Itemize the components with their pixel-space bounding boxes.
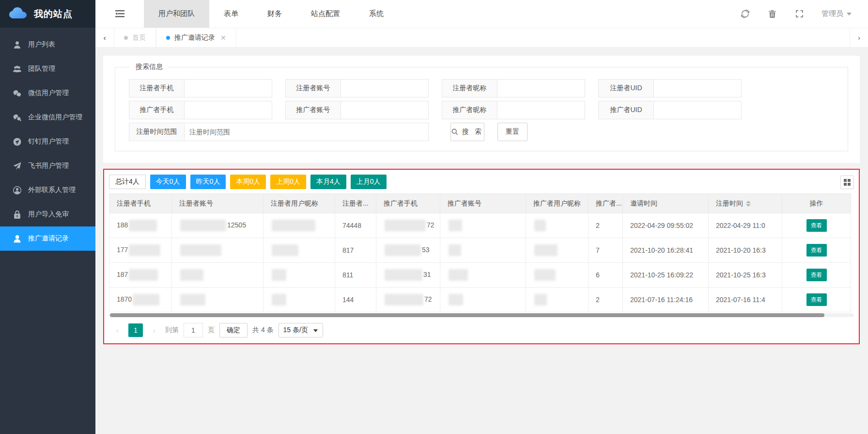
table-row: 18812505744487222022-04-29 09:55:022022-… [109,213,851,238]
promoter-uid-input[interactable] [654,101,741,119]
redacted-data [272,269,286,281]
table-cell [526,238,589,263]
dingtalk-icon [13,137,21,146]
redacted-data [272,220,315,231]
sidebar-item-label: 飞书用户管理 [28,161,69,170]
sidebar-item-feishu-users[interactable]: 飞书用户管理 [0,154,95,178]
redacted-data [272,294,286,305]
sidebar-item-team-management[interactable]: 团队管理 [0,57,95,81]
sidebar-item-label: 团队管理 [28,64,55,73]
stat-badge-4[interactable]: 上周0人 [270,175,306,189]
stat-badge-2[interactable]: 昨天0人 [190,175,226,189]
col-header: 推广者账号 [440,194,526,213]
reg-uid-label: 注册者UID [599,80,654,97]
prev-page-icon[interactable]: ‹ [111,323,124,337]
col-header: 注册者用户昵称 [264,194,335,213]
sidebar-item-label: 用户列表 [28,40,55,49]
redacted-data [133,294,159,305]
reg-account-group: 注册者账号 [285,79,429,97]
table-cell: 144 [335,288,376,312]
sidebar-item-label: 用户导入免审 [28,210,69,219]
page-number-current[interactable]: 1 [128,323,143,337]
tab-dot-icon [166,36,170,40]
view-button[interactable]: 查看 [806,293,827,306]
sidebar-item-label: 钉钉用户管理 [28,137,69,146]
col-header: 注册者手机 [109,194,172,213]
reg-account-input[interactable] [341,80,428,97]
topnav-tab-4[interactable]: 系统 [355,0,398,28]
redacted-data [129,269,158,281]
stat-badge-5[interactable]: 本月4人 [310,175,346,189]
sidebar-item-user-list[interactable]: 用户列表 [0,32,95,57]
promoter-nickname-input[interactable] [497,101,585,119]
sidebar-item-user-import[interactable]: 用户导入免审 [0,202,95,226]
admin-menu[interactable]: 管理员 [822,9,852,18]
sidebar-item-wework-users[interactable]: 企业微信用户管理 [0,105,95,129]
tabbar-scroll-right-icon[interactable]: › [850,28,868,47]
column-filter-button[interactable] [840,176,854,189]
collapse-sidebar-icon[interactable] [95,10,144,17]
annotation-red-box: 总计4人今天0人昨天0人本周0人上周0人本月4人上月0人 注册者手机注册者账号注… [103,169,860,344]
topnav-tab-3[interactable]: 站点配置 [296,0,355,28]
team-icon [13,64,21,73]
view-button[interactable]: 查看 [806,219,827,232]
trash-icon[interactable] [767,9,777,19]
promoter-phone-input[interactable] [185,101,272,119]
stat-badge-0[interactable]: 总计4人 [109,175,146,189]
stat-badge-3[interactable]: 本周0人 [230,175,266,189]
col-header: 推广者手机 [376,194,440,213]
search-button[interactable]: 搜 索 [450,123,484,141]
reg-nickname-group: 注册者昵称 [442,79,585,97]
next-page-icon[interactable]: › [148,323,160,337]
redacted-data [385,244,421,256]
fullscreen-icon[interactable] [794,9,804,19]
col-header: 推广者用户昵称 [526,194,589,213]
redacted-data [449,269,468,281]
sidebar-item-label: 外部联系人管理 [28,186,76,194]
tabbar-scroll-left-icon[interactable]: ‹ [95,28,114,47]
redacted-data [180,269,203,281]
stat-badge-1[interactable]: 今天0人 [150,175,186,189]
table-cell: 72 [376,288,440,312]
promoter-uid-label: 推广者UID [599,101,654,119]
redacted-data [534,220,546,231]
action-cell: 查看 [782,238,851,263]
close-tab-icon[interactable]: ✕ [220,34,226,42]
view-button[interactable]: 查看 [806,244,827,257]
promoter-account-input[interactable] [341,101,428,119]
chevron-down-icon [313,328,318,333]
goto-page-input[interactable] [184,323,203,338]
sidebar-item-wechat-users[interactable]: 微信用户管理 [0,81,95,105]
redacted-data [449,244,461,256]
reg-uid-input[interactable] [654,80,741,97]
table-cell: 811 [335,263,376,288]
sidebar-item-dingtalk-users[interactable]: 钉钉用户管理 [0,129,95,154]
search-fieldset: 搜索信息 注册者手机注册者账号注册者昵称注册者UID推广者手机推广者账号推广者昵… [115,63,848,151]
reg-nickname-input[interactable] [497,80,585,97]
refresh-icon[interactable] [740,9,750,19]
reset-button[interactable]: 重置 [497,123,527,141]
col-header[interactable]: 注册时间 [709,194,782,213]
table-cell: 188 [109,213,172,238]
page-size-select[interactable]: 15 条/页 [279,323,323,338]
col-header: 注册者账号 [172,194,264,213]
view-button[interactable]: 查看 [806,269,827,281]
page-unit-label: 页 [208,326,215,335]
topnav-tab-1[interactable]: 表单 [209,0,253,28]
sidebar-item-external-contacts[interactable]: 外部联系人管理 [0,178,95,202]
reg-account-label: 注册者账号 [286,80,341,97]
goto-confirm-button[interactable]: 确定 [219,323,248,338]
page-tab-0[interactable]: 首页 [114,28,156,47]
topnav-tab-2[interactable]: 财务 [253,0,296,28]
search-grid: 注册者手机注册者账号注册者昵称注册者UID推广者手机推广者账号推广者昵称推广者U… [129,79,848,119]
sort-icon[interactable] [746,201,751,207]
reg-time-range-input[interactable] [185,123,428,141]
horizontal-scrollbar [109,313,854,317]
user-icon [13,40,21,49]
scrollbar-thumb[interactable] [110,313,824,317]
stat-badge-6[interactable]: 上月0人 [351,175,387,189]
sidebar-item-promo-invite-records[interactable]: 推广邀请记录 [0,226,95,251]
page-tab-1[interactable]: 推广邀请记录✕ [156,28,236,47]
topnav-tab-0[interactable]: 用户和团队 [144,0,209,28]
reg-phone-input[interactable] [185,80,272,97]
